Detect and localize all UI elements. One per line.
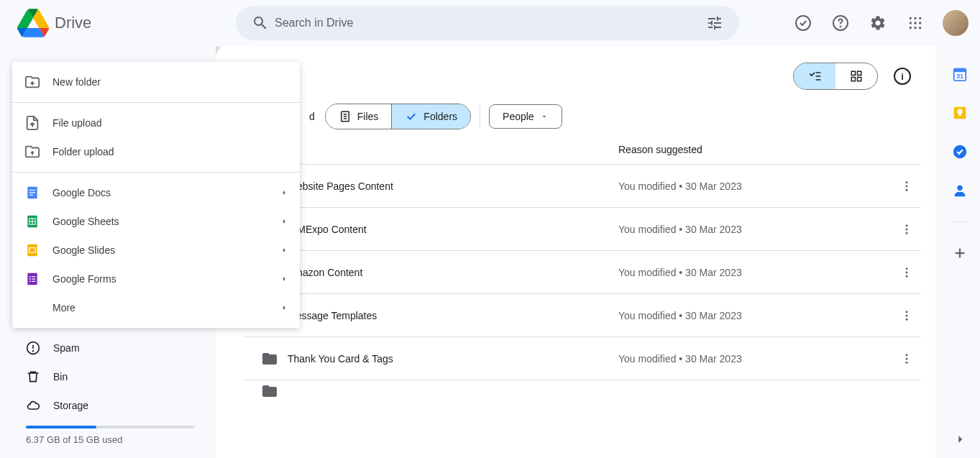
chevron-right-icon [280, 246, 288, 255]
more-vert-icon [900, 309, 913, 322]
more-actions-button[interactable] [892, 309, 921, 322]
svg-point-46 [957, 186, 962, 191]
storage-text: 6.37 GB of 15 GB used [0, 434, 216, 445]
logo-area[interactable]: Drive [17, 7, 168, 39]
menu-google-sheets[interactable]: Google Sheets [12, 207, 300, 236]
file-row[interactable] [244, 380, 921, 401]
account-avatar[interactable] [943, 10, 968, 36]
collapse-panel-icon[interactable] [953, 432, 967, 446]
menu-google-docs[interactable]: Google Docs [12, 178, 300, 207]
file-list: Website Pages Content You modified • 30 … [216, 164, 935, 401]
more-vert-icon [900, 352, 913, 365]
svg-point-66 [29, 280, 31, 282]
svg-rect-53 [29, 192, 35, 193]
bin-icon [26, 370, 40, 384]
svg-rect-42 [954, 69, 966, 73]
more-vert-icon [900, 223, 913, 236]
new-menu: New folder File upload Folder upload Goo… [12, 62, 300, 328]
sidebar-item-bin[interactable]: Bin [26, 362, 216, 391]
svg-rect-67 [32, 281, 35, 282]
info-button[interactable]: i [887, 60, 918, 92]
svg-point-26 [906, 181, 908, 183]
docs-icon [25, 186, 40, 200]
menu-new-folder[interactable]: New folder [12, 68, 300, 96]
menu-google-forms[interactable]: Google Forms [12, 265, 300, 293]
column-headers: Reason suggested [216, 144, 935, 164]
svg-point-14 [33, 351, 34, 352]
col-reason: Reason suggested [618, 144, 918, 155]
svg-point-30 [906, 228, 908, 230]
sidebar-label: Storage [53, 400, 88, 411]
file-upload-icon [24, 115, 40, 131]
more-actions-button[interactable] [892, 180, 921, 193]
svg-point-40 [906, 361, 908, 363]
file-row[interactable]: Message Templates You modified • 30 Mar … [244, 293, 921, 336]
sidebar-item-spam[interactable]: Spam [26, 334, 216, 362]
search-input[interactable] [275, 17, 700, 29]
svg-point-36 [906, 314, 908, 316]
tasks-icon[interactable] [952, 144, 968, 160]
grid-view-button[interactable] [835, 63, 877, 89]
svg-point-28 [906, 188, 908, 191]
folder-upload-icon [24, 144, 40, 160]
svg-text:31: 31 [956, 73, 963, 80]
menu-folder-upload[interactable]: Folder upload [12, 137, 300, 166]
svg-point-9 [910, 27, 912, 29]
contacts-icon[interactable] [952, 183, 968, 198]
more-actions-button[interactable] [892, 352, 921, 365]
sheets-icon [25, 214, 40, 229]
menu-more[interactable]: More [12, 293, 300, 322]
menu-file-upload[interactable]: File upload [12, 109, 300, 137]
chip-folders[interactable]: Folders [392, 104, 470, 129]
svg-point-39 [906, 357, 908, 359]
search-options-icon[interactable] [700, 14, 729, 32]
more-vert-icon [900, 180, 913, 193]
search-bar[interactable] [236, 6, 739, 40]
svg-point-38 [906, 354, 908, 356]
more-vert-icon [900, 266, 913, 279]
more-actions-button[interactable] [892, 223, 921, 236]
slides-icon [25, 243, 40, 257]
drive-logo-icon [17, 7, 49, 39]
menu-divider [12, 172, 300, 173]
sidebar-item-storage[interactable]: Storage [26, 391, 216, 420]
settings-icon[interactable] [862, 7, 894, 39]
new-folder-icon [24, 74, 40, 90]
svg-rect-65 [32, 278, 35, 279]
file-icon [339, 110, 352, 123]
search-icon[interactable] [246, 14, 275, 32]
calendar-icon[interactable]: 31 [952, 66, 968, 82]
file-row[interactable]: Amazon Content You modified • 30 Mar 202… [244, 250, 921, 293]
menu-google-slides[interactable]: Google Slides [12, 236, 300, 265]
more-actions-button[interactable] [892, 266, 921, 279]
add-addon-icon[interactable] [952, 245, 968, 261]
storage-bar [26, 426, 194, 429]
help-icon[interactable] [825, 7, 856, 39]
svg-point-6 [910, 22, 912, 24]
filter-row: d Files Folders People [216, 104, 935, 144]
svg-point-11 [919, 27, 921, 29]
header-actions [787, 7, 971, 39]
svg-rect-18 [851, 71, 855, 75]
chip-people[interactable]: People [489, 104, 562, 129]
sidebar-label: Spam [53, 342, 80, 354]
svg-rect-19 [858, 71, 861, 75]
file-row[interactable]: Website Pages Content You modified • 30 … [244, 164, 921, 207]
sidebar-label: Bin [53, 371, 68, 383]
chip-files[interactable]: Files [326, 104, 393, 129]
svg-point-37 [906, 318, 908, 320]
keep-icon[interactable] [952, 105, 968, 121]
file-row[interactable]: AIMExpo Content You modified • 30 Mar 20… [244, 207, 921, 250]
apps-icon[interactable] [899, 7, 931, 39]
svg-rect-21 [858, 78, 861, 81]
ready-offline-icon[interactable] [787, 7, 819, 39]
info-icon: i [894, 68, 911, 85]
menu-divider [12, 102, 300, 103]
cloud-icon [26, 398, 40, 413]
view-toggle [793, 63, 878, 90]
file-row[interactable]: Thank You Card & Tags You modified • 30 … [244, 336, 921, 380]
chevron-right-icon [280, 303, 288, 312]
list-view-button[interactable] [794, 63, 835, 89]
svg-point-64 [29, 278, 31, 280]
svg-point-29 [906, 224, 908, 226]
